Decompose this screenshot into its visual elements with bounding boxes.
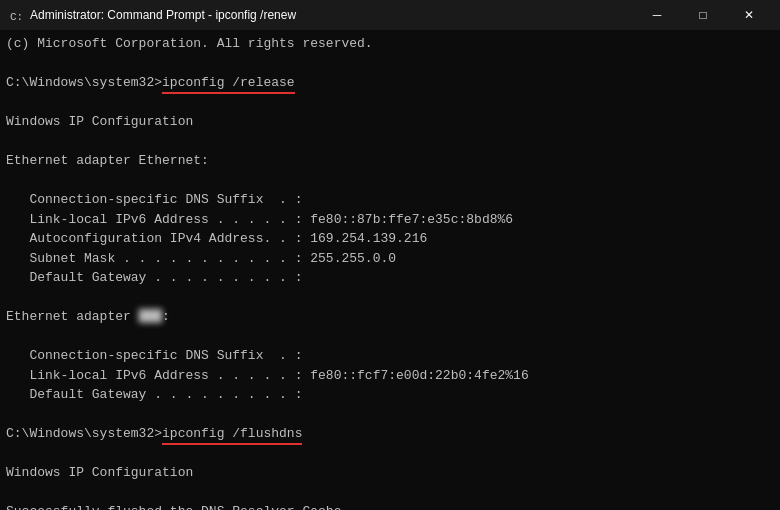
close-button[interactable]: ✕ — [726, 0, 772, 30]
default-gateway-2: Default Gateway . . . . . . . . . : — [6, 385, 774, 405]
flush-success: Successfully flushed the DNS Resolver Ca… — [6, 502, 774, 510]
blank-line-5 — [6, 288, 774, 308]
titlebar-left: C: Administrator: Command Prompt - ipcon… — [8, 7, 296, 23]
cmd-release-text: ipconfig /release — [162, 73, 295, 93]
minimize-button[interactable]: ─ — [634, 0, 680, 30]
cmd-release-line: C:\Windows\system32>ipconfig /release — [6, 73, 774, 93]
eth-adapter-2: Ethernet adapter ███: — [6, 307, 774, 327]
blank-line-2 — [6, 93, 774, 113]
blurred-adapter-name: ███ — [139, 307, 162, 327]
blank-line-4 — [6, 171, 774, 191]
maximize-button[interactable]: □ — [680, 0, 726, 30]
window-controls[interactable]: ─ □ ✕ — [634, 0, 772, 30]
blank-line-1 — [6, 54, 774, 74]
subnet-mask: Subnet Mask . . . . . . . . . . . : 255.… — [6, 249, 774, 269]
win-ip-config-2: Windows IP Configuration — [6, 463, 774, 483]
blank-line-3 — [6, 132, 774, 152]
ipv6-addr-1: Link-local IPv6 Address . . . . . : fe80… — [6, 210, 774, 230]
cmd-icon: C: — [8, 7, 24, 23]
blank-line-8 — [6, 444, 774, 464]
blank-line-9 — [6, 483, 774, 503]
cmd-flushdns-text: ipconfig /flushdns — [162, 424, 302, 444]
dns-suffix-2: Connection-specific DNS Suffix . : — [6, 346, 774, 366]
svg-text:C:: C: — [10, 11, 23, 23]
ipv6-addr-2: Link-local IPv6 Address . . . . . : fe80… — [6, 366, 774, 386]
terminal-content: (c) Microsoft Corporation. All rights re… — [0, 30, 780, 510]
default-gateway-1: Default Gateway . . . . . . . . . : — [6, 268, 774, 288]
ipv4-auto: Autoconfiguration IPv4 Address. . : 169.… — [6, 229, 774, 249]
dns-suffix-1: Connection-specific DNS Suffix . : — [6, 190, 774, 210]
eth-adapter-1: Ethernet adapter Ethernet: — [6, 151, 774, 171]
titlebar: C: Administrator: Command Prompt - ipcon… — [0, 0, 780, 30]
blank-line-6 — [6, 327, 774, 347]
win-ip-config-1: Windows IP Configuration — [6, 112, 774, 132]
window-title: Administrator: Command Prompt - ipconfig… — [30, 8, 296, 22]
blank-line-7 — [6, 405, 774, 425]
cmd-flushdns-line: C:\Windows\system32>ipconfig /flushdns — [6, 424, 774, 444]
copyright-line: (c) Microsoft Corporation. All rights re… — [6, 34, 774, 54]
